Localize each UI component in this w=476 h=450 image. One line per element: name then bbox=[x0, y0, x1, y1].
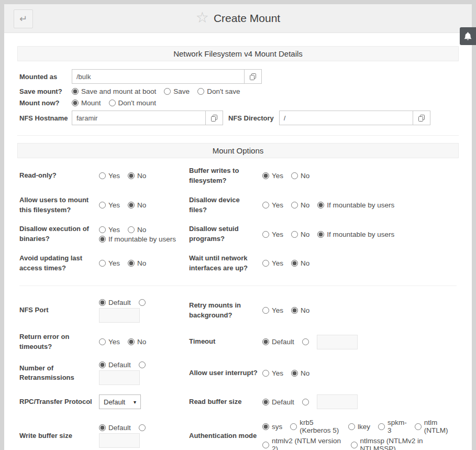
nfs-directory-chooser-button[interactable] bbox=[413, 111, 430, 125]
write-buffer-default-radio[interactable] bbox=[99, 424, 106, 431]
auth-mode-sys-radio[interactable] bbox=[262, 423, 269, 430]
favorite-star-icon[interactable]: ☆ bbox=[196, 10, 209, 25]
disallow-setuid-mountable-radio[interactable] bbox=[317, 231, 324, 238]
read-buffer-default-radio[interactable] bbox=[262, 399, 269, 405]
rpc-protocol-select[interactable]: Default ▾ bbox=[99, 394, 141, 409]
disallow-setuid-yes-radio[interactable] bbox=[262, 231, 269, 238]
auth-mode-ntlm-radio[interactable] bbox=[415, 423, 422, 430]
disallow-device-yes-radio[interactable] bbox=[262, 202, 269, 208]
buffer-writes-yes-option[interactable]: Yes bbox=[262, 172, 283, 180]
buffer-writes-no-option[interactable]: No bbox=[291, 172, 309, 180]
avoid-atime-yes-radio[interactable] bbox=[99, 260, 106, 267]
return-error-yes-radio[interactable] bbox=[99, 338, 106, 345]
disallow-device-mountable-radio[interactable] bbox=[317, 202, 324, 208]
disallow-device-no-radio[interactable] bbox=[291, 202, 298, 208]
save-mount-save-radio[interactable] bbox=[164, 88, 171, 95]
write-buffer-other-radio[interactable] bbox=[139, 424, 146, 431]
return-error-yes-option[interactable]: Yes bbox=[99, 338, 120, 346]
save-mount-dont-save-option[interactable]: Don't save bbox=[197, 87, 240, 95]
auth-mode-lkey-option[interactable]: lkey bbox=[348, 423, 370, 431]
auth-mode-ntlmssp-radio[interactable] bbox=[351, 442, 358, 448]
return-error-no-option[interactable]: No bbox=[128, 338, 146, 346]
timeout-default-option[interactable]: Default bbox=[262, 338, 294, 346]
disallow-setuid-yes-option[interactable]: Yes bbox=[262, 231, 283, 238]
auth-mode-krb5-option[interactable]: krb5 (Kerberos 5) bbox=[290, 419, 340, 434]
read-only-yes-radio[interactable] bbox=[99, 172, 106, 179]
retry-bg-no-radio[interactable] bbox=[291, 307, 298, 314]
avoid-atime-no-option[interactable]: No bbox=[128, 259, 146, 267]
mount-now-dont-mount-option[interactable]: Don't mount bbox=[109, 99, 156, 107]
retransmissions-default-radio[interactable] bbox=[99, 361, 106, 368]
write-buffer-default-option[interactable]: Default bbox=[99, 424, 131, 432]
allow-users-yes-radio[interactable] bbox=[99, 202, 106, 208]
disallow-setuid-no-option[interactable]: No bbox=[291, 231, 309, 238]
retry-bg-no-option[interactable]: No bbox=[291, 306, 309, 314]
allow-interrupt-yes-option[interactable]: Yes bbox=[262, 369, 283, 377]
avoid-atime-yes-option[interactable]: Yes bbox=[99, 259, 120, 267]
allow-users-yes-option[interactable]: Yes bbox=[99, 201, 120, 209]
save-mount-boot-radio[interactable] bbox=[72, 88, 79, 95]
nfs-port-default-option[interactable]: Default bbox=[99, 299, 131, 306]
disallow-exec-yes-option[interactable]: Yes bbox=[99, 226, 120, 234]
auth-mode-ntmlv2-radio[interactable] bbox=[262, 442, 269, 448]
back-button[interactable]: ↵ bbox=[14, 9, 33, 28]
return-error-no-radio[interactable] bbox=[128, 338, 135, 345]
timeout-other-radio[interactable] bbox=[302, 338, 309, 345]
allow-interrupt-yes-radio[interactable] bbox=[262, 370, 269, 377]
auth-mode-spkm3-radio[interactable] bbox=[378, 423, 385, 430]
auth-mode-krb5-radio[interactable] bbox=[290, 423, 297, 430]
read-only-no-radio[interactable] bbox=[128, 172, 135, 179]
disallow-exec-mountable-radio[interactable] bbox=[99, 236, 106, 243]
allow-users-no-option[interactable]: No bbox=[128, 201, 146, 209]
nfs-hostname-chooser-button[interactable] bbox=[205, 111, 223, 125]
wait-network-no-option[interactable]: No bbox=[291, 259, 309, 267]
auth-mode-ntmlv2-option[interactable]: ntmlv2 (NTLM version 2) bbox=[262, 437, 343, 450]
read-buffer-default-option[interactable]: Default bbox=[262, 398, 294, 406]
disallow-exec-no-option[interactable]: No bbox=[128, 226, 146, 234]
nfs-hostname-input[interactable] bbox=[72, 111, 206, 125]
timeout-default-radio[interactable] bbox=[262, 338, 269, 345]
avoid-atime-no-radio[interactable] bbox=[128, 260, 135, 267]
disallow-device-mountable-option[interactable]: If mountable by users bbox=[317, 201, 394, 209]
save-mount-save-option[interactable]: Save bbox=[164, 87, 190, 95]
disallow-setuid-no-radio[interactable] bbox=[291, 231, 298, 238]
retransmissions-default-option[interactable]: Default bbox=[99, 361, 131, 369]
wait-network-no-radio[interactable] bbox=[291, 260, 298, 267]
save-mount-boot-option[interactable]: Save and mount at boot bbox=[72, 87, 156, 95]
auth-mode-sys-option[interactable]: sys bbox=[262, 423, 282, 431]
disallow-exec-no-radio[interactable] bbox=[128, 226, 135, 233]
retransmissions-other-radio[interactable] bbox=[139, 361, 146, 368]
nfs-port-other-radio[interactable] bbox=[139, 299, 146, 306]
disallow-device-no-option[interactable]: No bbox=[291, 201, 309, 209]
retry-bg-yes-option[interactable]: Yes bbox=[262, 306, 283, 314]
disallow-device-yes-option[interactable]: Yes bbox=[262, 201, 283, 209]
save-mount-dont-save-radio[interactable] bbox=[197, 88, 204, 95]
read-only-yes-option[interactable]: Yes bbox=[99, 172, 120, 180]
disallow-exec-mountable-option[interactable]: If mountable by users bbox=[99, 235, 176, 243]
disallow-exec-yes-radio[interactable] bbox=[99, 226, 106, 233]
details-table: Mounted as Save mount? Sa bbox=[17, 61, 459, 136]
nfs-directory-input[interactable] bbox=[279, 111, 413, 125]
disallow-setuid-mountable-option[interactable]: If mountable by users bbox=[317, 231, 394, 238]
buffer-writes-no-radio[interactable] bbox=[291, 172, 298, 179]
notifications-tab[interactable] bbox=[460, 27, 476, 45]
nfs-port-default-radio[interactable] bbox=[99, 299, 106, 306]
wait-network-yes-option[interactable]: Yes bbox=[262, 259, 283, 267]
auth-mode-lkey-radio[interactable] bbox=[348, 423, 355, 430]
mounted-as-input[interactable] bbox=[72, 69, 245, 84]
auth-mode-spkm3-option[interactable]: spkm-3 bbox=[378, 419, 407, 434]
auth-mode-ntlmssp-option[interactable]: ntlmssp (NTLMv2 in NTLMSSP) bbox=[351, 437, 452, 450]
retry-bg-yes-radio[interactable] bbox=[262, 307, 269, 314]
auth-mode-ntlm-option[interactable]: ntlm (NTLM) bbox=[415, 419, 452, 434]
allow-interrupt-no-radio[interactable] bbox=[291, 370, 298, 377]
allow-users-no-radio[interactable] bbox=[128, 202, 135, 208]
buffer-writes-yes-radio[interactable] bbox=[262, 172, 269, 179]
mount-now-mount-option[interactable]: Mount bbox=[72, 99, 101, 107]
allow-interrupt-no-option[interactable]: No bbox=[291, 369, 309, 377]
mount-now-dont-mount-radio[interactable] bbox=[109, 100, 116, 106]
mount-now-mount-radio[interactable] bbox=[72, 100, 79, 106]
wait-network-yes-radio[interactable] bbox=[262, 260, 269, 267]
read-only-no-option[interactable]: No bbox=[128, 172, 146, 180]
mounted-as-chooser-button[interactable] bbox=[244, 69, 262, 84]
read-buffer-other-radio[interactable] bbox=[302, 399, 309, 405]
